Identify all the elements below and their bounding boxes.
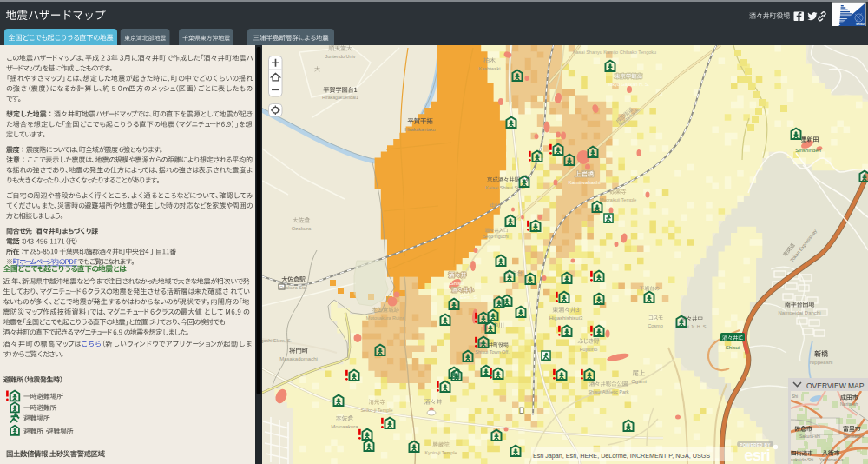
svg-text:Masakadomachi: Masakadomachi (279, 356, 318, 361)
svg-text:Ozakura: Ozakura (292, 226, 312, 231)
svg-text:Sego Iriguchi: Sego Iriguchi (483, 234, 508, 239)
svg-text:Kashiwaki: Kashiwaki (479, 66, 501, 71)
svg-text:Esri Japan, Esri, HERE, DeLorm: Esri Japan, Esri, HERE, DeLorme, INCREME… (533, 452, 710, 460)
svg-text:Higashishisui3: Higashishisui3 (549, 315, 583, 321)
svg-text:higashi Elem. S.: higashi Elem. S. (257, 338, 292, 343)
svg-text:Motosakura Ruins: Motosakura Ruins (366, 315, 405, 321)
svg-text:Motosakura: Motosakura (331, 424, 358, 429)
svg-text:esri: esri (744, 446, 770, 464)
svg-text:Shisui: Shisui (726, 345, 740, 350)
svg-text:Narita-sh: Narita-sh (840, 401, 858, 407)
svg-text:Shisui: Shisui (450, 281, 464, 286)
svg-text:Shi: Shi (792, 394, 798, 399)
svg-text:Tokyo Gakkan H. S.: Tokyo Gakkan H. S. (608, 82, 650, 87)
svg-text:Nampeidai Danchi: Nampeidai Danchi (778, 310, 820, 315)
svg-text:Fujikino: Fujikino (580, 347, 598, 352)
svg-text:Kamiiwahashi: Kamiiwahashi (568, 180, 600, 185)
svg-text:Shisui Athletic Park: Shisui Athletic Park (588, 389, 628, 394)
svg-text:SHISUI: SHISUI (856, 23, 865, 26)
svg-text:OVERVIEW MAP: OVERVIEW MAP (806, 381, 865, 390)
svg-text:Nippeashi: Nippeashi (810, 360, 833, 365)
svg-text:Seiko-ji Temple: Seiko-ji Temple (360, 408, 392, 413)
svg-text:Kyoin-ji Temple: Kyoin-ji Temple (424, 450, 457, 455)
svg-text:Keisei Shisui Sta: Keisei Shisui Sta (485, 185, 522, 190)
svg-text:Cosmo: Cosmo (648, 323, 662, 328)
svg-text:Hirakakantaku: Hirakakantaku (404, 127, 435, 132)
svg-text:Myorakuji Temple: Myorakuji Temple (600, 197, 637, 202)
svg-text:Sakura-shi: Sakura-shi (799, 434, 820, 439)
svg-text:Hirakagakuendai1: Hirakagakuendai1 (322, 95, 358, 100)
svg-text:Yachimata-s: Yachimata-s (819, 457, 844, 462)
svg-text:sukaido-Shi: sukaido-Shi (791, 457, 813, 462)
svg-text:Juntendo Univ: Juntendo Univ (325, 54, 355, 59)
svg-text:Shisui Town Off.: Shisui Town Off. (475, 349, 510, 355)
svg-text:Osakura Sta.: Osakura Sta. (279, 285, 308, 290)
svg-text:Tomisato-s: Tomisato-s (843, 434, 865, 439)
svg-text:Sinshinden: Sinshinden (795, 148, 821, 153)
svg-text:Ogami: Ogami (631, 379, 647, 384)
svg-text:Kasai Shanyu Kamijo Chibako Te: Kasai Shanyu Kamijo Chibako Tengoku (573, 50, 656, 55)
svg-text:sui Elem. S.: sui Elem. S. (452, 295, 478, 300)
